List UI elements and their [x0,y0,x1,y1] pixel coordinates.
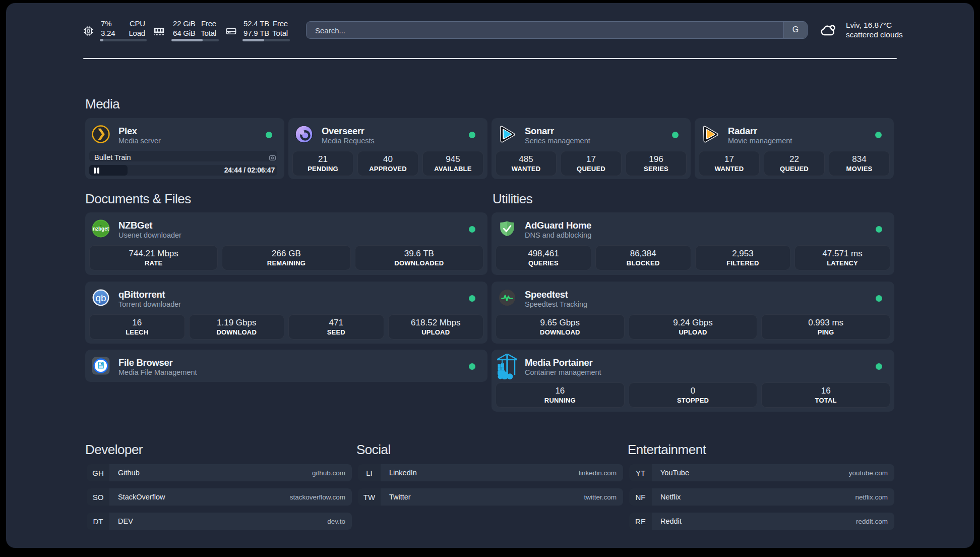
svg-text:nzbget: nzbget [93,226,109,232]
svg-text:qb: qb [95,293,106,303]
